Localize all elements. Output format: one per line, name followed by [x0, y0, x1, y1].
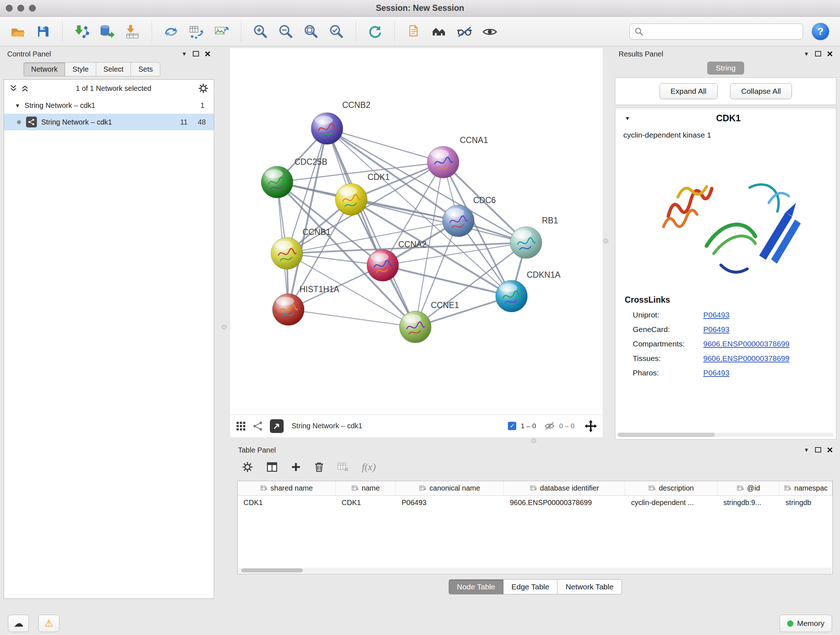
- add-column-plus-icon[interactable]: [291, 462, 301, 472]
- horizontal-scrollbar[interactable]: [238, 568, 832, 573]
- tab-node-table[interactable]: Node Table: [448, 579, 504, 594]
- table-cell[interactable]: cyclin-dependent ...: [625, 496, 717, 511]
- column-header[interactable]: namespac: [780, 481, 832, 495]
- export-image-icon[interactable]: [213, 23, 230, 40]
- table-cell[interactable]: 9606.ENSP00000378699: [504, 496, 625, 511]
- network-collection-row[interactable]: ▼ String Network – cdk1 1: [4, 97, 214, 114]
- panel-menu-caret-icon[interactable]: ▼: [804, 51, 809, 57]
- copy-document-icon[interactable]: [406, 23, 422, 40]
- zoom-out-icon[interactable]: [278, 23, 294, 40]
- float-panel-icon[interactable]: [815, 447, 821, 453]
- search-input[interactable]: [646, 27, 798, 35]
- clone-network-icon[interactable]: [163, 23, 180, 40]
- expand-all-button[interactable]: Expand All: [660, 83, 718, 99]
- collapse-all-button[interactable]: Collapse All: [730, 83, 792, 99]
- tab-network-table[interactable]: Network Table: [557, 579, 622, 594]
- warnings-button[interactable]: ⚠: [38, 615, 59, 632]
- tab-sets[interactable]: Sets: [131, 62, 160, 76]
- panel-menu-caret-icon[interactable]: ▼: [182, 51, 187, 57]
- network-node-cdc6[interactable]: [442, 205, 474, 237]
- birds-eye-view-icon[interactable]: [431, 23, 447, 40]
- tab-select[interactable]: Select: [96, 62, 131, 76]
- table-settings-gear-icon[interactable]: [242, 461, 253, 473]
- network-edge[interactable]: [288, 128, 327, 310]
- float-panel-icon[interactable]: [193, 51, 199, 57]
- table-row[interactable]: CDK1 CDK1 P06493 9606.ENSP00000378699 cy…: [238, 496, 832, 511]
- splitter-handle[interactable]: [222, 325, 226, 329]
- hidden-eye-icon[interactable]: [544, 421, 555, 431]
- save-session-icon[interactable]: [35, 23, 51, 40]
- panel-menu-caret-icon[interactable]: ▼: [804, 447, 809, 453]
- import-network-database-icon[interactable]: [99, 23, 115, 40]
- network-from-table-icon[interactable]: [188, 23, 205, 40]
- collapse-all-icon[interactable]: [9, 84, 18, 93]
- column-header[interactable]: canonical name: [396, 481, 504, 495]
- zoom-in-icon[interactable]: [252, 23, 269, 40]
- open-in-string-button[interactable]: [270, 419, 284, 433]
- crosslink-link[interactable]: P06493: [703, 369, 729, 377]
- gear-icon[interactable]: [198, 83, 209, 94]
- splitter-handle[interactable]: [531, 439, 536, 443]
- selected-checkbox-icon[interactable]: ✓: [508, 422, 516, 430]
- tab-style[interactable]: Style: [65, 62, 96, 76]
- network-edge[interactable]: [288, 310, 415, 327]
- zoom-selected-icon[interactable]: [328, 23, 345, 40]
- table-cell[interactable]: stringdb:9...: [718, 496, 780, 511]
- crosslink-link[interactable]: 9606.ENSP00000378699: [703, 340, 789, 348]
- close-panel-icon[interactable]: ×: [827, 446, 833, 454]
- hide-selected-glasses-icon[interactable]: [456, 23, 473, 40]
- cloud-services-button[interactable]: ☁: [8, 615, 29, 632]
- network-node-cdk1[interactable]: [335, 184, 367, 215]
- scrollbar-thumb[interactable]: [241, 568, 303, 572]
- tab-network[interactable]: Network: [24, 62, 65, 76]
- network-node-ccna1[interactable]: [427, 146, 459, 178]
- help-button[interactable]: ?: [812, 23, 829, 40]
- network-node-hist1h1a[interactable]: [272, 294, 304, 325]
- entry-collapse-caret-icon[interactable]: ▼: [625, 116, 630, 121]
- network-edge[interactable]: [327, 128, 415, 327]
- import-table-icon[interactable]: [124, 23, 141, 40]
- zoom-window-button[interactable]: [29, 5, 36, 11]
- import-network-file-icon[interactable]: [73, 23, 90, 40]
- column-header[interactable]: name: [336, 481, 396, 495]
- fit-selected-crosshair-icon[interactable]: [584, 420, 597, 432]
- grid-view-icon[interactable]: [236, 421, 246, 431]
- expand-all-icon[interactable]: [21, 84, 29, 93]
- table-cell[interactable]: CDK1: [336, 496, 396, 511]
- open-session-icon[interactable]: [9, 23, 26, 40]
- network-node-cdc25b[interactable]: [261, 166, 293, 198]
- network-node-ccne1[interactable]: [399, 311, 431, 343]
- column-header[interactable]: @id: [718, 481, 780, 495]
- network-node-cdkn1a[interactable]: [496, 280, 527, 312]
- tab-string[interactable]: String: [707, 62, 745, 74]
- network-node-ccnb1[interactable]: [271, 238, 303, 269]
- network-edge[interactable]: [383, 265, 512, 296]
- column-header[interactable]: description: [625, 481, 717, 495]
- tree-expand-caret-icon[interactable]: ▼: [15, 103, 20, 108]
- column-header[interactable]: shared name: [238, 481, 336, 495]
- function-builder-button[interactable]: f(x): [362, 461, 376, 473]
- minimize-window-button[interactable]: [17, 5, 24, 11]
- close-panel-icon[interactable]: ×: [205, 50, 210, 58]
- network-canvas[interactable]: CCNB2CCNA1CDC25BCDK1CDC6RB1CCNB1CCNA2CDK…: [230, 48, 603, 415]
- network-edge[interactable]: [327, 128, 443, 162]
- table-cell[interactable]: P06493: [396, 496, 504, 511]
- memory-button[interactable]: Memory: [780, 615, 832, 632]
- show-all-eye-icon[interactable]: [482, 23, 498, 40]
- splitter-handle[interactable]: [603, 239, 608, 243]
- network-node-rb1[interactable]: [510, 226, 542, 258]
- table-cell[interactable]: stringdb: [780, 496, 832, 511]
- horizontal-scrollbar[interactable]: [617, 432, 834, 437]
- delete-column-trash-icon[interactable]: [314, 462, 324, 472]
- network-row-selected[interactable]: String Network – cdk1 11 48: [4, 114, 214, 130]
- close-panel-icon[interactable]: ×: [827, 50, 833, 58]
- network-node-ccnb2[interactable]: [311, 112, 343, 144]
- crosslink-link[interactable]: 9606.ENSP00000378699: [703, 354, 789, 363]
- zoom-fit-icon[interactable]: [303, 23, 319, 40]
- float-panel-icon[interactable]: [815, 51, 821, 57]
- tab-edge-table[interactable]: Edge Table: [503, 579, 558, 594]
- crosslink-link[interactable]: P06493: [703, 325, 729, 334]
- crosslink-link[interactable]: P06493: [703, 310, 729, 319]
- show-columns-icon[interactable]: [266, 461, 278, 473]
- apply-layout-icon[interactable]: [367, 23, 384, 40]
